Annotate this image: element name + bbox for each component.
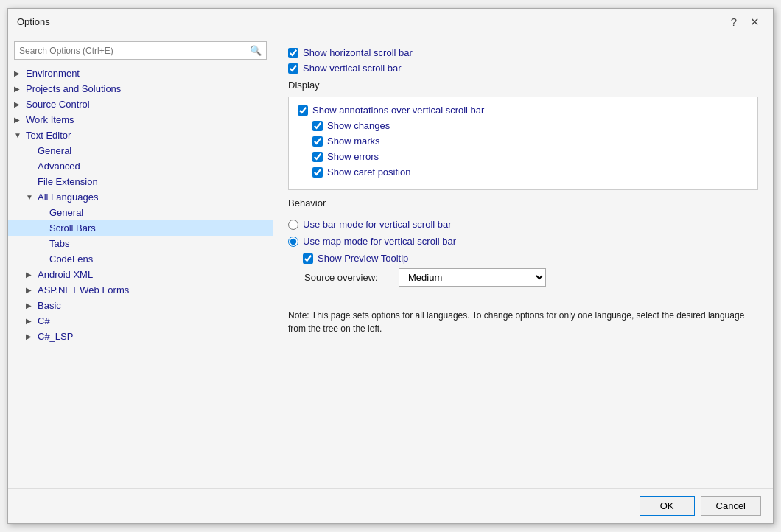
show-annotations-checkbox[interactable] — [298, 105, 308, 116]
tree-item-general-1[interactable]: General — [8, 143, 273, 158]
tree-label-text-editor: Text Editor — [26, 130, 71, 141]
source-overview-row: Source overview: Medium Small Large Off — [304, 268, 758, 287]
tree-item-android-xml[interactable]: ▶Android XML — [8, 267, 273, 282]
source-overview-label: Source overview: — [304, 272, 393, 283]
bar-mode-radio[interactable] — [288, 220, 298, 230]
search-icon: 🔍 — [245, 42, 266, 59]
dialog-body: 🔍 ▶Environment▶Projects and Solutions▶So… — [8, 35, 773, 488]
show-errors-checkbox[interactable] — [312, 152, 323, 162]
tree-arrow-csharp: ▶ — [26, 317, 35, 325]
tree-label-csharp: C# — [38, 315, 50, 326]
tree-item-advanced[interactable]: Advanced — [8, 158, 273, 174]
tree-label-general-1: General — [38, 145, 71, 156]
close-button[interactable]: ✕ — [746, 15, 764, 29]
show-horizontal-scroll-bar-checkbox[interactable] — [288, 48, 298, 58]
tree-item-basic[interactable]: ▶Basic — [8, 298, 273, 313]
show-annotations-label: Show annotations over vertical scroll ba… — [312, 105, 484, 116]
tree-label-tabs: Tabs — [49, 238, 69, 249]
help-button[interactable]: ? — [726, 15, 741, 29]
tree-arrow-source-control: ▶ — [14, 100, 23, 108]
tree-label-work-items: Work Items — [26, 114, 74, 125]
show-marks-label: Show marks — [327, 136, 380, 147]
tree-label-csharp-lsp: C#_LSP — [38, 331, 73, 342]
tree-label-scroll-bars: Scroll Bars — [49, 223, 96, 234]
tree-item-environment[interactable]: ▶Environment — [8, 66, 273, 81]
tree-item-scroll-bars[interactable]: Scroll Bars — [8, 220, 273, 236]
show-changes-label: Show changes — [327, 120, 390, 131]
tree-arrow-text-editor: ▼ — [14, 131, 23, 139]
tree-item-csharp-lsp[interactable]: ▶C#_LSP — [8, 329, 273, 344]
show-caret-position-checkbox[interactable] — [312, 167, 323, 178]
search-box[interactable]: 🔍 — [14, 41, 267, 60]
map-mode-radio[interactable] — [288, 237, 298, 247]
show-marks-checkbox[interactable] — [312, 136, 323, 147]
checkbox-show-marks[interactable]: Show marks — [298, 136, 749, 147]
options-dialog: Options ? ✕ 🔍 ▶Environment▶Projects and … — [7, 8, 774, 524]
show-horizontal-scroll-bar-label: Show horizontal scroll bar — [303, 47, 413, 58]
bar-mode-label: Use bar mode for vertical scroll bar — [303, 219, 452, 230]
tree-label-codelens: CodeLens — [49, 253, 93, 265]
tree-item-codelens[interactable]: CodeLens — [8, 251, 273, 267]
tree-arrow-environment: ▶ — [14, 69, 23, 77]
right-panel: Show horizontal scroll bar Show vertical… — [273, 35, 773, 488]
tree-item-general-2[interactable]: General — [8, 205, 273, 220]
checkbox-show-annotations[interactable]: Show annotations over vertical scroll ba… — [298, 105, 749, 116]
tree-item-all-languages[interactable]: ▼All Languages — [8, 189, 273, 205]
show-preview-tooltip-label: Show Preview Tooltip — [318, 253, 408, 264]
show-preview-tooltip-checkbox[interactable] — [303, 253, 313, 264]
checkbox-show-caret-position[interactable]: Show caret position — [298, 167, 749, 178]
radio-map-mode[interactable]: Use map mode for vertical scroll bar — [288, 236, 758, 247]
title-bar: Options ? ✕ — [8, 9, 773, 35]
display-section: Show annotations over vertical scroll ba… — [288, 97, 758, 190]
radio-bar-mode[interactable]: Use bar mode for vertical scroll bar — [288, 219, 758, 230]
tree-arrow-basic: ▶ — [26, 301, 35, 309]
show-vertical-scroll-bar-label: Show vertical scroll bar — [303, 63, 402, 74]
tree-label-aspnet-web-forms: ASP.NET Web Forms — [38, 284, 129, 295]
search-input[interactable] — [15, 43, 245, 59]
tree-arrow-aspnet-web-forms: ▶ — [26, 286, 35, 294]
checkbox-show-horizontal-scroll-bar[interactable]: Show horizontal scroll bar — [288, 47, 758, 58]
dialog-footer: OK Cancel — [8, 488, 773, 523]
dialog-title: Options — [17, 16, 50, 27]
note-text: Note: This page sets options for all lan… — [288, 309, 758, 335]
tree-item-aspnet-web-forms[interactable]: ▶ASP.NET Web Forms — [8, 282, 273, 298]
show-caret-position-label: Show caret position — [327, 167, 410, 178]
tree-label-android-xml: Android XML — [38, 269, 93, 280]
cancel-button[interactable]: Cancel — [701, 496, 761, 516]
tree-label-file-extension: File Extension — [38, 176, 98, 187]
tree-arrow-all-languages: ▼ — [26, 193, 35, 201]
tree-item-source-control[interactable]: ▶Source Control — [8, 97, 273, 112]
behavior-section-label: Behavior — [288, 197, 758, 209]
tree-label-projects-solutions: Projects and Solutions — [26, 83, 121, 94]
tree-label-general-2: General — [49, 207, 83, 218]
tree-item-text-editor[interactable]: ▼Text Editor — [8, 127, 273, 143]
checkbox-show-preview-tooltip[interactable]: Show Preview Tooltip — [288, 253, 758, 264]
ok-button[interactable]: OK — [640, 496, 695, 516]
tree-label-environment: Environment — [26, 68, 80, 79]
checkbox-show-vertical-scroll-bar[interactable]: Show vertical scroll bar — [288, 63, 758, 74]
tree-label-source-control: Source Control — [26, 99, 90, 110]
checkbox-show-changes[interactable]: Show changes — [298, 120, 749, 131]
tree: ▶Environment▶Projects and Solutions▶Sour… — [8, 66, 273, 488]
checkbox-show-errors[interactable]: Show errors — [298, 151, 749, 162]
tree-item-work-items[interactable]: ▶Work Items — [8, 112, 273, 127]
tree-item-tabs[interactable]: Tabs — [8, 236, 273, 251]
tree-item-projects-solutions[interactable]: ▶Projects and Solutions — [8, 81, 273, 97]
tree-item-csharp[interactable]: ▶C# — [8, 313, 273, 329]
show-changes-checkbox[interactable] — [312, 121, 323, 131]
show-errors-label: Show errors — [327, 151, 379, 162]
title-bar-buttons: ? ✕ — [726, 15, 764, 29]
tree-arrow-work-items: ▶ — [14, 116, 23, 124]
left-panel: 🔍 ▶Environment▶Projects and Solutions▶So… — [8, 35, 273, 488]
display-section-label: Display — [288, 80, 758, 91]
tree-item-file-extension[interactable]: File Extension — [8, 174, 273, 189]
tree-arrow-csharp-lsp: ▶ — [26, 332, 35, 340]
tree-arrow-projects-solutions: ▶ — [14, 85, 23, 93]
source-overview-select[interactable]: Medium Small Large Off — [399, 268, 546, 287]
tree-label-all-languages: All Languages — [38, 192, 98, 203]
tree-label-basic: Basic — [38, 300, 61, 311]
tree-arrow-android-xml: ▶ — [26, 270, 35, 279]
map-mode-label: Use map mode for vertical scroll bar — [303, 236, 456, 247]
show-vertical-scroll-bar-checkbox[interactable] — [288, 63, 298, 74]
behavior-section: Use bar mode for vertical scroll bar Use… — [288, 214, 758, 297]
